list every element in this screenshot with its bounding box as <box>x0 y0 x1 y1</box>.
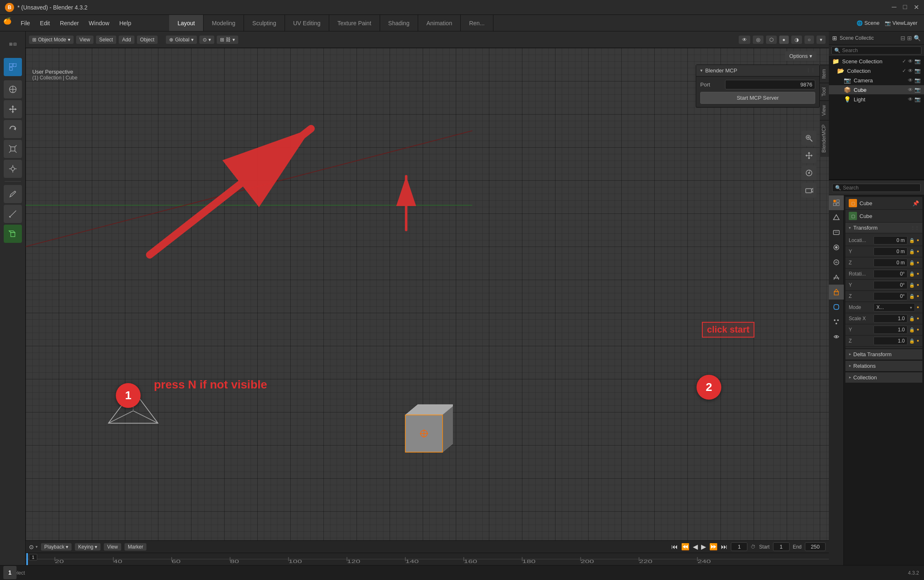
outliner-search-icon[interactable]: 🔍 <box>914 35 921 41</box>
marker-menu[interactable]: Marker <box>124 543 146 551</box>
pin-button[interactable]: 📌 <box>912 200 919 206</box>
minimize-button[interactable]: ─ <box>892 3 896 11</box>
shading-more[interactable]: ▾ <box>816 36 826 44</box>
props-tool-particles[interactable] <box>829 314 844 329</box>
data-name-display[interactable]: Cube <box>859 213 919 219</box>
play-button[interactable]: ▶ <box>701 543 706 551</box>
props-search-input[interactable] <box>843 185 918 191</box>
jump-end-button[interactable]: ⏭ <box>721 543 728 551</box>
outliner-search-input[interactable] <box>842 48 919 53</box>
shading-rendered[interactable]: ○ <box>804 36 814 44</box>
tab-animation[interactable]: Animation <box>418 15 461 31</box>
xray-toggle[interactable]: ⬡ <box>766 36 777 44</box>
rot-x-value[interactable]: 0° <box>874 270 907 278</box>
view-menu-timeline[interactable]: View <box>104 543 121 551</box>
current-frame-input[interactable]: 1 <box>731 542 747 551</box>
scale-z-value[interactable]: 1.0 <box>874 337 907 345</box>
col-camera-icon[interactable]: 📷 <box>914 68 921 74</box>
tool-rotate[interactable] <box>4 120 22 138</box>
viewlayer-label[interactable]: ViewLayer <box>893 20 917 26</box>
rot-y-value[interactable]: 0° <box>874 281 907 289</box>
view-menu[interactable]: View <box>76 36 93 44</box>
transform-header[interactable]: ▾ Transform ⋮⋮ <box>845 223 922 233</box>
snapping[interactable]: ⊞ ⛓ ▾ <box>217 36 238 44</box>
outliner-display-icon[interactable]: ⊞ <box>907 35 912 41</box>
scene-label[interactable]: Scene <box>864 20 880 26</box>
mcp-header[interactable]: ▾ Blender MCP ⋮⋮ <box>696 65 819 77</box>
viewport-3d[interactable]: Z X Y User Perspective (1) Collection | … <box>26 48 829 540</box>
sidebar-tab-item[interactable]: Item <box>820 65 829 83</box>
tool-transform[interactable] <box>4 160 22 178</box>
tab-uv-editing[interactable]: UV Editing <box>285 15 329 31</box>
cube-3d-object[interactable] <box>395 403 453 458</box>
object-menu[interactable]: Object <box>137 36 158 44</box>
tool-measure[interactable] <box>4 205 22 223</box>
tab-texture-paint[interactable]: Texture Paint <box>329 15 380 31</box>
window-controls[interactable]: ─ □ ✕ <box>892 3 919 11</box>
sidebar-tab-blendermcp[interactable]: BlenderMCP <box>820 120 829 157</box>
outliner-collection[interactable]: 📂 Collection ✓ 👁 📷 <box>829 66 924 76</box>
gizmo-toggle[interactable]: 👁 <box>739 36 750 44</box>
outliner-filter-icon[interactable]: ⊟ <box>900 35 905 41</box>
outliner-scene-collection[interactable]: 📁 Scene Collection ✓ 👁 📷 <box>829 57 924 66</box>
delta-transform-header[interactable]: ▾ Delta Transform <box>845 349 922 360</box>
start-mcp-server-button[interactable]: Start MCP Server <box>700 92 815 104</box>
tool-scale[interactable] <box>4 140 22 158</box>
tab-rendering[interactable]: Ren... <box>461 15 493 31</box>
zoom-tool[interactable] <box>802 131 816 146</box>
orbit-tool[interactable] <box>802 165 816 180</box>
rot-z-value[interactable]: 0° <box>874 292 907 300</box>
cam-render-icon[interactable]: 📷 <box>914 77 921 83</box>
menu-file[interactable]: File <box>16 18 35 28</box>
menu-help[interactable]: Help <box>114 18 136 28</box>
transform-orientation[interactable]: ⊕ Global ▾ <box>166 36 197 44</box>
relations-header[interactable]: ▾ Relations <box>845 361 922 371</box>
sidebar-tab-tool[interactable]: Tool <box>820 83 829 101</box>
viewport-overlays[interactable]: ◎ <box>753 36 764 44</box>
step-back-button[interactable]: ⏪ <box>681 543 689 551</box>
tab-shading[interactable]: Shading <box>380 15 418 31</box>
play-reverse-button[interactable]: ◀ <box>693 543 698 551</box>
close-button[interactable]: ✕ <box>914 3 919 11</box>
props-tool-world[interactable] <box>829 270 844 285</box>
props-tool-scene[interactable] <box>829 195 844 210</box>
blender-logo[interactable]: 🍊 <box>3 17 16 29</box>
tab-layout[interactable]: Layout <box>169 15 203 31</box>
render-icon[interactable]: 📷 <box>914 58 921 64</box>
add-menu[interactable]: Add <box>119 36 134 44</box>
col-check-icon[interactable]: ✓ <box>902 68 906 74</box>
pan-tool[interactable] <box>802 148 816 163</box>
shading-solid[interactable]: ● <box>779 36 789 44</box>
props-tool-scene-props[interactable] <box>829 255 844 270</box>
loc-x-value[interactable]: 0 m <box>874 236 907 244</box>
visibility-icon[interactable]: ✓ <box>902 58 906 64</box>
menu-render[interactable]: Render <box>55 18 84 28</box>
light-render-icon[interactable]: 📷 <box>914 96 921 102</box>
menu-window[interactable]: Window <box>84 18 115 28</box>
props-tool-modifier[interactable] <box>829 300 844 314</box>
tool-add-cube[interactable] <box>4 225 22 243</box>
props-tool-view[interactable] <box>829 240 844 255</box>
port-value[interactable]: 9876 <box>725 80 815 89</box>
maximize-button[interactable]: □ <box>903 3 907 11</box>
props-tool-render[interactable] <box>829 210 844 225</box>
menu-edit[interactable]: Edit <box>35 18 55 28</box>
jump-start-button[interactable]: ⏮ <box>671 543 678 551</box>
outliner-light[interactable]: 💡 Light 👁 📷 <box>829 95 924 104</box>
tool-annotate[interactable] <box>4 185 22 203</box>
outliner-camera[interactable]: 📷 Camera 👁 📷 <box>829 76 924 85</box>
tool-move[interactable] <box>4 100 22 118</box>
camera-exclude-icon[interactable]: 👁 <box>908 58 913 64</box>
loc-y-value[interactable]: 0 m <box>874 247 907 256</box>
light-eye-icon[interactable]: 👁 <box>908 96 913 102</box>
options-button[interactable]: Options ▾ <box>785 51 816 61</box>
start-frame-input[interactable]: 1 <box>773 542 790 551</box>
shading-material[interactable]: ◑ <box>791 36 802 44</box>
step-forward-button[interactable]: ⏩ <box>709 543 718 551</box>
end-frame-input[interactable]: 250 <box>805 542 826 551</box>
select-menu[interactable]: Select <box>96 36 116 44</box>
tool-select-box[interactable] <box>4 58 22 76</box>
pivot-point[interactable]: ⊙ ▾ <box>199 36 214 44</box>
scale-y-value[interactable]: 1.0 <box>874 326 907 334</box>
mode-selector[interactable]: ⊞ Object Mode ▾ <box>29 36 74 44</box>
